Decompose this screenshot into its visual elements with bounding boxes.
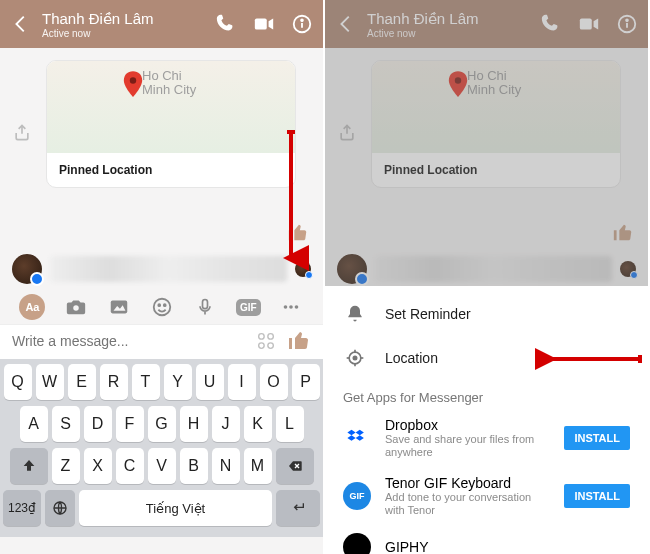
compose-row bbox=[0, 324, 323, 359]
app-row-tenor[interactable]: GIF Tenor GIF Keyboard Add tone to your … bbox=[339, 467, 634, 525]
svg-point-5 bbox=[130, 77, 136, 83]
keyboard-row-2: A S D F G H J K L bbox=[3, 406, 320, 442]
gallery-icon[interactable] bbox=[107, 295, 131, 319]
giphy-icon bbox=[343, 533, 371, 554]
key[interactable]: P bbox=[292, 364, 320, 400]
space-key[interactable]: Tiếng Việt bbox=[79, 490, 272, 526]
video-call-icon[interactable] bbox=[253, 13, 275, 35]
location-card[interactable]: Ho ChiMinh City Pinned Location bbox=[46, 60, 296, 188]
contact-status: Active now bbox=[42, 28, 215, 39]
svg-point-27 bbox=[626, 19, 628, 21]
info-icon[interactable] bbox=[291, 13, 313, 35]
key[interactable]: A bbox=[20, 406, 48, 442]
video-call-icon[interactable] bbox=[578, 13, 600, 35]
phone-left: Thanh Điền Lâm Active now Ho ChiMinh Cit… bbox=[0, 0, 325, 554]
key[interactable]: R bbox=[100, 364, 128, 400]
shift-key[interactable] bbox=[10, 448, 48, 484]
key[interactable]: G bbox=[148, 406, 176, 442]
message-input[interactable] bbox=[12, 333, 245, 349]
key[interactable]: H bbox=[180, 406, 208, 442]
svg-point-18 bbox=[259, 343, 265, 349]
svg-point-17 bbox=[268, 334, 274, 340]
sheet-row-reminder[interactable]: Set Reminder bbox=[339, 292, 634, 336]
voice-icon[interactable] bbox=[193, 295, 217, 319]
avatar[interactable] bbox=[337, 254, 367, 284]
emoji-icon[interactable] bbox=[150, 295, 174, 319]
backspace-key[interactable] bbox=[276, 448, 314, 484]
keyboard: Q W E R T Y U I O P A S D F G H J K L Z … bbox=[0, 359, 323, 537]
key[interactable]: L bbox=[276, 406, 304, 442]
svg-marker-1 bbox=[269, 19, 274, 30]
keyboard-row-3: Z X C V B N M bbox=[3, 448, 320, 484]
contact-block[interactable]: Thanh Điền Lâm Active now bbox=[357, 10, 540, 39]
key[interactable]: M bbox=[244, 448, 272, 484]
app-name: Tenor GIF Keyboard bbox=[385, 475, 550, 491]
key[interactable]: Q bbox=[4, 364, 32, 400]
key[interactable]: Z bbox=[52, 448, 80, 484]
share-icon[interactable] bbox=[12, 123, 32, 143]
svg-rect-23 bbox=[580, 19, 592, 30]
apps-icon[interactable] bbox=[255, 330, 277, 352]
back-icon[interactable] bbox=[10, 13, 32, 35]
key[interactable]: V bbox=[148, 448, 176, 484]
svg-point-10 bbox=[158, 304, 160, 306]
voice-call-icon[interactable] bbox=[540, 13, 562, 35]
key[interactable]: F bbox=[116, 406, 144, 442]
svg-point-28 bbox=[455, 77, 461, 83]
app-name: GIPHY bbox=[385, 539, 630, 554]
key[interactable]: I bbox=[228, 364, 256, 400]
contact-block[interactable]: Thanh Điền Lâm Active now bbox=[32, 10, 215, 39]
key[interactable]: W bbox=[36, 364, 64, 400]
key[interactable]: B bbox=[180, 448, 208, 484]
svg-point-15 bbox=[295, 305, 299, 309]
globe-key[interactable] bbox=[45, 490, 75, 526]
map-pin-icon bbox=[122, 71, 144, 99]
key[interactable]: J bbox=[212, 406, 240, 442]
key[interactable]: K bbox=[244, 406, 272, 442]
svg-marker-24 bbox=[594, 19, 599, 30]
install-button[interactable]: INSTALL bbox=[564, 426, 630, 450]
location-label: Location bbox=[385, 350, 438, 366]
voice-call-icon[interactable] bbox=[215, 13, 237, 35]
key[interactable]: E bbox=[68, 364, 96, 400]
key[interactable]: D bbox=[84, 406, 112, 442]
key[interactable]: O bbox=[260, 364, 288, 400]
chat-area: Ho ChiMinh City Pinned Location bbox=[325, 48, 648, 248]
svg-point-4 bbox=[301, 19, 303, 21]
gif-button[interactable]: GIF bbox=[236, 299, 261, 316]
app-desc: Save and share your files from anywhere bbox=[385, 433, 550, 459]
avatar[interactable] bbox=[12, 254, 42, 284]
contact-name: Thanh Điền Lâm bbox=[367, 10, 540, 28]
location-card[interactable]: Ho ChiMinh City Pinned Location bbox=[371, 60, 621, 188]
svg-point-6 bbox=[74, 305, 80, 311]
app-row-dropbox[interactable]: Dropbox Save and share your files from a… bbox=[339, 409, 634, 467]
chat-header: Thanh Điền Lâm Active now bbox=[325, 0, 648, 48]
install-button[interactable]: INSTALL bbox=[564, 484, 630, 508]
key[interactable]: C bbox=[116, 448, 144, 484]
key[interactable]: Y bbox=[164, 364, 192, 400]
read-receipt-avatar bbox=[620, 261, 636, 277]
map-city-label: Ho ChiMinh City bbox=[142, 69, 196, 97]
key[interactable]: S bbox=[52, 406, 80, 442]
camera-icon[interactable] bbox=[64, 295, 88, 319]
like-icon[interactable] bbox=[612, 222, 634, 244]
more-icon[interactable] bbox=[279, 295, 303, 319]
app-row-giphy[interactable]: GIPHY bbox=[339, 525, 634, 554]
bell-icon bbox=[343, 302, 367, 326]
numeric-key[interactable]: 123₫ bbox=[3, 490, 41, 526]
key[interactable]: U bbox=[196, 364, 224, 400]
key[interactable]: X bbox=[84, 448, 112, 484]
svg-rect-7 bbox=[111, 301, 128, 314]
back-icon[interactable] bbox=[335, 13, 357, 35]
info-icon[interactable] bbox=[616, 13, 638, 35]
text-format-button[interactable]: Aa bbox=[19, 294, 45, 320]
annotation-arrow-left bbox=[535, 342, 645, 376]
app-name: Dropbox bbox=[385, 417, 550, 433]
key[interactable]: N bbox=[212, 448, 240, 484]
share-icon[interactable] bbox=[337, 123, 357, 143]
composer-preview-row bbox=[325, 248, 648, 286]
blurred-text bbox=[375, 256, 612, 282]
like-button[interactable] bbox=[287, 329, 311, 353]
key[interactable]: T bbox=[132, 364, 160, 400]
return-key[interactable] bbox=[276, 490, 320, 526]
